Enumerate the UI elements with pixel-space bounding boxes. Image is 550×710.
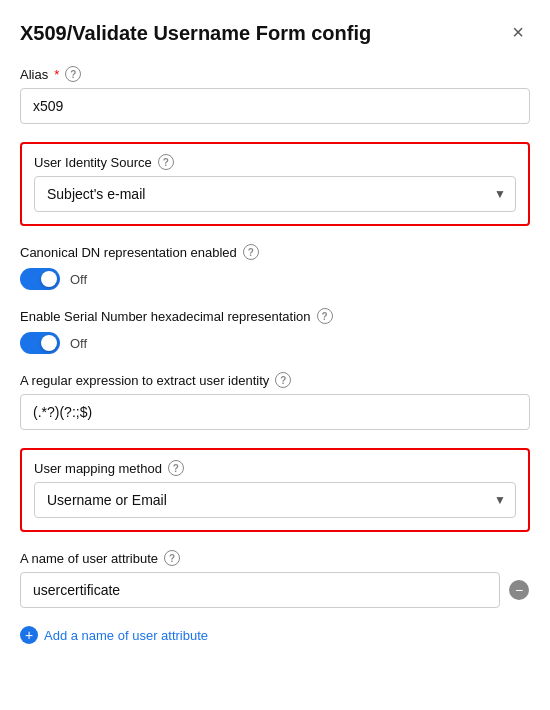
user-mapping-section: User mapping method ? Username or Email … xyxy=(20,448,530,532)
dialog-header: X509/Validate Username Form config × xyxy=(20,20,530,46)
remove-attribute-button[interactable]: − xyxy=(508,579,530,601)
user-attribute-label: A name of user attribute ? xyxy=(20,550,530,566)
user-attribute-row: − xyxy=(20,572,530,608)
user-attribute-group: A name of user attribute ? − xyxy=(20,550,530,608)
user-identity-source-section: User Identity Source ? Subject's e-mail … xyxy=(20,142,530,226)
serial-number-group: Enable Serial Number hexadecimal represe… xyxy=(20,308,530,354)
regex-input[interactable] xyxy=(20,394,530,430)
alias-group: Alias * ? xyxy=(20,66,530,124)
dialog-title: X509/Validate Username Form config xyxy=(20,20,371,46)
user-identity-select-wrapper: Subject's e-mail Subject's Common Name S… xyxy=(34,176,516,212)
serial-number-toggle[interactable] xyxy=(20,332,60,354)
regex-group: A regular expression to extract user ide… xyxy=(20,372,530,430)
dialog-container: X509/Validate Username Form config × Ali… xyxy=(0,0,550,664)
canonical-dn-toggle[interactable] xyxy=(20,268,60,290)
user-mapping-help-icon[interactable]: ? xyxy=(168,460,184,476)
serial-number-help-icon[interactable]: ? xyxy=(317,308,333,324)
canonical-dn-help-icon[interactable]: ? xyxy=(243,244,259,260)
canonical-dn-toggle-label: Off xyxy=(70,272,87,287)
user-identity-select[interactable]: Subject's e-mail Subject's Common Name S… xyxy=(34,176,516,212)
add-attribute-link[interactable]: + Add a name of user attribute xyxy=(20,626,530,644)
alias-label: Alias * ? xyxy=(20,66,530,82)
user-attribute-input[interactable] xyxy=(20,572,500,608)
regex-label: A regular expression to extract user ide… xyxy=(20,372,530,388)
regex-help-icon[interactable]: ? xyxy=(275,372,291,388)
add-icon: + xyxy=(20,626,38,644)
close-button[interactable]: × xyxy=(506,20,530,44)
user-mapping-label: User mapping method ? xyxy=(34,460,516,476)
alias-input[interactable] xyxy=(20,88,530,124)
alias-help-icon[interactable]: ? xyxy=(65,66,81,82)
required-indicator: * xyxy=(54,67,59,82)
serial-number-toggle-row: Off xyxy=(20,332,530,354)
canonical-dn-group: Canonical DN representation enabled ? Of… xyxy=(20,244,530,290)
user-mapping-select[interactable]: Username or Email Username Email xyxy=(34,482,516,518)
add-attribute-link-label: Add a name of user attribute xyxy=(44,628,208,643)
user-attribute-help-icon[interactable]: ? xyxy=(164,550,180,566)
canonical-dn-toggle-row: Off xyxy=(20,268,530,290)
user-identity-help-icon[interactable]: ? xyxy=(158,154,174,170)
serial-number-toggle-label: Off xyxy=(70,336,87,351)
canonical-dn-label: Canonical DN representation enabled ? xyxy=(20,244,530,260)
serial-number-label: Enable Serial Number hexadecimal represe… xyxy=(20,308,530,324)
user-mapping-select-wrapper: Username or Email Username Email ▼ xyxy=(34,482,516,518)
remove-icon: − xyxy=(509,580,529,600)
user-identity-source-label: User Identity Source ? xyxy=(34,154,516,170)
